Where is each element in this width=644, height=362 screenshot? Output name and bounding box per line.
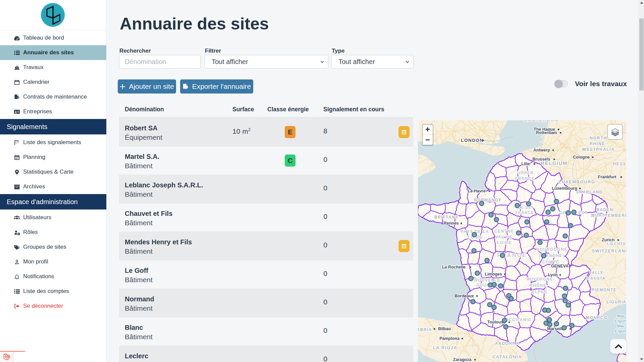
svg-text:ALPES: ALPES — [531, 290, 547, 294]
svg-text:AUVERGNE-: AUVERGNE- — [526, 277, 555, 282]
svg-text:La Rochelle: La Rochelle — [442, 265, 466, 269]
svg-text:ANDORRA: ANDORRA — [495, 341, 519, 346]
svg-text:FRANCE: FRANCE — [516, 210, 534, 215]
svg-text:BOURGOGNE-: BOURGOGNE- — [536, 247, 570, 252]
svg-text:Rotterdam: Rotterdam — [536, 130, 557, 135]
svg-text:AMSTERDAM: AMSTERDAM — [524, 120, 559, 122]
svg-text:Pamplona: Pamplona — [439, 336, 460, 341]
svg-text:BRITTANY: BRITTANY — [434, 215, 459, 220]
svg-text:OCCITANIE: OCCITANIE — [505, 317, 532, 322]
svg-text:RHINE-: RHINE- — [590, 141, 607, 146]
svg-text:LONDON: LONDON — [461, 138, 484, 143]
svg-text:CANTABRIA: CANTABRIA — [418, 327, 432, 332]
svg-text:Frankfurt: Frankfurt — [598, 175, 617, 179]
svg-text:LOIRE: LOIRE — [497, 240, 512, 245]
svg-text:VAL DE: VAL DE — [495, 235, 513, 239]
svg-text:Lille: Lille — [521, 162, 530, 166]
svg-text:GENEVA: GENEVA — [551, 264, 569, 268]
svg-text:Luxembourg: Luxembourg — [552, 186, 577, 191]
svg-text:Cologne: Cologne — [573, 155, 590, 160]
svg-text:LUXEMBOURG: LUXEMBOURG — [559, 179, 595, 184]
svg-text:Brussels: Brussels — [533, 157, 550, 162]
svg-text:Zaragoza: Zaragoza — [453, 357, 472, 362]
svg-text:PIEMONTE: PIEMONTE — [592, 288, 617, 292]
svg-text:UPPER: UPPER — [518, 171, 534, 175]
svg-text:CATALONIA: CATALONIA — [492, 354, 522, 359]
svg-text:NORTH: NORTH — [590, 136, 607, 140]
svg-text:Le Havre: Le Havre — [468, 189, 486, 193]
svg-text:D'AOSTA: D'AOSTA — [586, 276, 606, 280]
svg-text:NORMANDY: NORMANDY — [474, 198, 502, 202]
svg-text:CENTRE: CENTRE — [494, 229, 514, 234]
svg-text:LIGURIA: LIGURIA — [606, 300, 626, 304]
svg-text:Limoges: Limoges — [485, 272, 502, 277]
svg-text:Mar: Mar — [617, 313, 625, 318]
svg-text:BADEN-: BADEN- — [596, 207, 615, 212]
svg-text:SWITZERLAND: SWITZERLAND — [592, 248, 626, 253]
svg-text:WÜRTTEMBERG: WÜRTTEMBERG — [591, 213, 626, 218]
svg-text:MONACO: MONACO — [586, 315, 607, 320]
svg-text:Ligure: Ligure — [615, 318, 626, 323]
svg-text:Ligure: Ligure — [615, 328, 626, 334]
svg-text:Lyon: Lyon — [548, 273, 557, 277]
svg-text:FRANCE: FRANCE — [515, 176, 535, 181]
svg-text:VALLE: VALLE — [589, 270, 604, 275]
svg-text:RHÔNE-: RHÔNE- — [530, 283, 548, 288]
svg-text:Antwerp: Antwerp — [533, 148, 550, 153]
svg-text:NOUVELLE-: NOUVELLE- — [475, 278, 502, 283]
svg-text:Mer: Mer — [617, 323, 625, 328]
svg-text:HESSE: HESSE — [613, 162, 626, 166]
svg-text:Bilbao: Bilbao — [438, 326, 451, 331]
svg-text:SAARLAND: SAARLAND — [576, 190, 602, 194]
svg-text:Rennes: Rennes — [443, 221, 459, 226]
svg-text:WESTPHALIA: WESTPHALIA — [582, 147, 615, 152]
svg-text:Bordeaux: Bordeaux — [454, 294, 474, 298]
svg-text:LA RIOJA: LA RIOJA — [433, 345, 457, 350]
svg-text:Zurich: Zurich — [602, 238, 614, 242]
